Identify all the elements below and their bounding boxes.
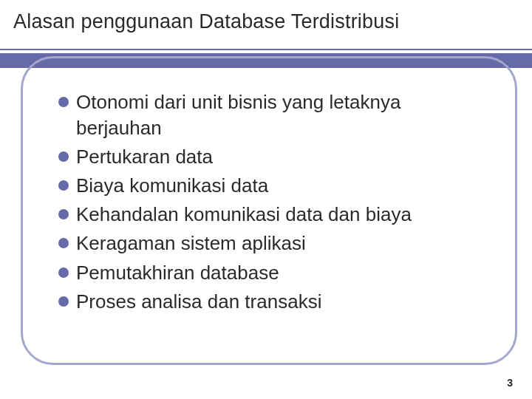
bullet-text: Pertukaran data	[76, 144, 213, 170]
list-item: Biaya komunikasi data	[58, 173, 480, 199]
bullet-icon	[58, 267, 69, 278]
list-item: Keragaman sistem aplikasi	[58, 231, 480, 256]
bullet-icon	[58, 296, 69, 307]
bullet-list: Otonomi dari unit bisnis yang letaknya b…	[58, 89, 480, 315]
divider-thin-line	[0, 49, 532, 50]
bullet-text: Kehandalan komunikasi data dan biaya	[76, 202, 412, 228]
list-item: Otonomi dari unit bisnis yang letaknya b…	[58, 89, 480, 141]
bullet-text: Proses analisa dan transaksi	[76, 289, 321, 315]
bullet-icon	[58, 180, 69, 191]
list-item: Proses analisa dan transaksi	[58, 289, 480, 315]
bullet-text: Biaya komunikasi data	[76, 173, 268, 199]
bullet-icon	[58, 209, 69, 219]
bullet-icon	[58, 238, 69, 248]
bullet-icon	[58, 97, 69, 107]
list-item: Pemutakhiran database	[58, 260, 480, 286]
list-item: Kehandalan komunikasi data dan biaya	[58, 202, 480, 228]
page-number: 3	[507, 377, 513, 389]
slide-title: Alasan penggunaan Database Terdistribusi	[13, 10, 532, 33]
bullet-text: Otonomi dari unit bisnis yang letaknya b…	[76, 89, 480, 141]
list-item: Pertukaran data	[58, 144, 480, 170]
content-frame: Otonomi dari unit bisnis yang letaknya b…	[21, 56, 517, 365]
bullet-icon	[58, 151, 69, 162]
slide-header: Alasan penggunaan Database Terdistribusi	[0, 0, 532, 33]
bullet-text: Pemutakhiran database	[76, 260, 279, 286]
bullet-text: Keragaman sistem aplikasi	[76, 231, 306, 256]
